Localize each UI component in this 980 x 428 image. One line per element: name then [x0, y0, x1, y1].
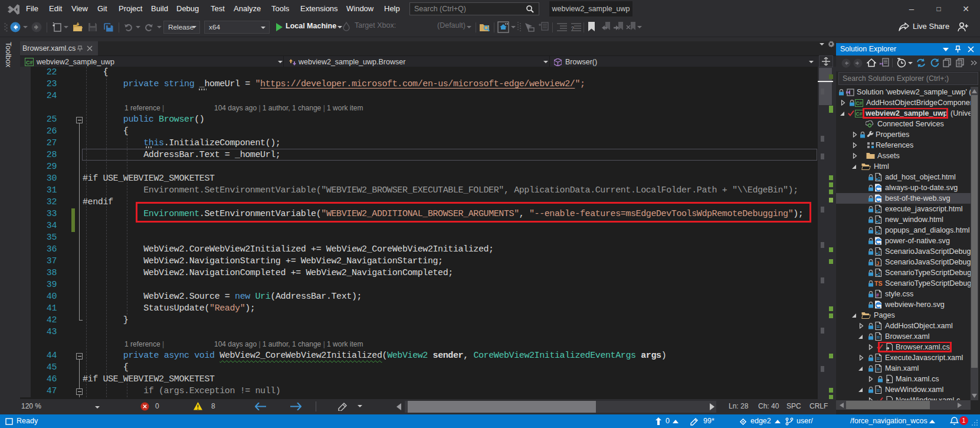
svg-text:C#: C# — [856, 111, 863, 117]
svg-text:J: J — [876, 260, 879, 266]
svg-text:C#: C# — [26, 60, 33, 66]
svg-text:?: ? — [571, 25, 574, 31]
svg-text:#: # — [876, 292, 879, 298]
svg-text:TS: TS — [874, 280, 882, 286]
svg-text:C#: C# — [856, 100, 863, 106]
